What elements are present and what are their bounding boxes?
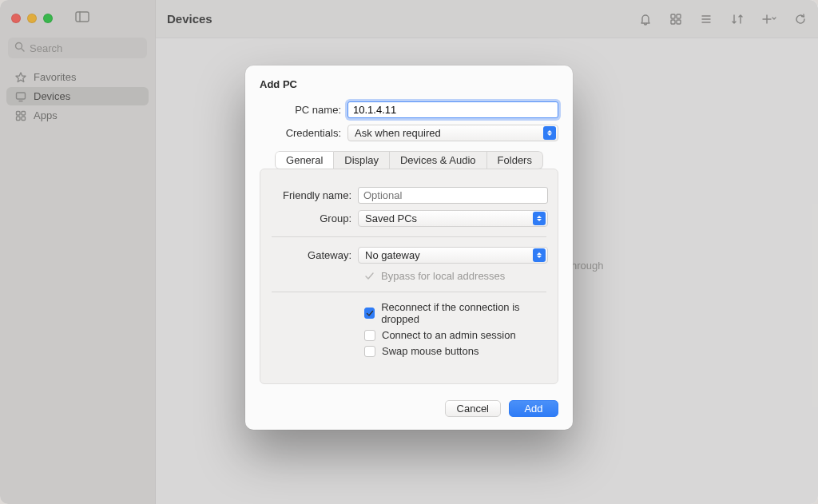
select-stepper-icon xyxy=(533,248,546,262)
admin-session-checkbox[interactable] xyxy=(364,330,375,341)
select-stepper-icon xyxy=(543,126,556,140)
reconnect-checkbox[interactable] xyxy=(364,308,375,319)
swap-mouse-checkbox[interactable] xyxy=(364,346,375,357)
admin-session-label: Connect to an admin session xyxy=(382,329,516,341)
pc-name-label: PC name: xyxy=(260,104,347,116)
checkmark-icon xyxy=(364,272,375,280)
bypass-local-checkbox: Bypass for local addresses xyxy=(364,270,548,282)
gateway-label: Gateway: xyxy=(270,249,358,261)
group-label: Group: xyxy=(270,212,358,224)
friendly-name-label: Friendly name: xyxy=(270,189,358,201)
cancel-button[interactable]: Cancel xyxy=(445,400,501,417)
credentials-label: Credentials: xyxy=(260,127,347,139)
app-window: Favorites Devices Apps Devices xyxy=(0,0,818,504)
modal-overlay: Add PC PC name: Credentials: Ask when re… xyxy=(0,0,818,504)
dialog-buttons: Cancel Add xyxy=(260,400,558,417)
tab-general[interactable]: General xyxy=(275,151,334,169)
group-select[interactable]: Saved PCs xyxy=(358,210,548,227)
bypass-label: Bypass for local addresses xyxy=(381,270,505,282)
swap-mouse-label: Swap mouse buttons xyxy=(382,345,478,357)
select-stepper-icon xyxy=(533,212,546,225)
divider xyxy=(272,236,546,237)
gateway-value: No gateway xyxy=(365,249,420,261)
credentials-value: Ask when required xyxy=(355,127,441,139)
group-value: Saved PCs xyxy=(365,212,417,224)
tab-folders[interactable]: Folders xyxy=(487,151,543,169)
tab-display[interactable]: Display xyxy=(334,151,390,169)
tab-devices-audio[interactable]: Devices & Audio xyxy=(390,151,487,169)
pc-name-input[interactable] xyxy=(347,101,558,118)
reconnect-label: Reconnect if the connection is dropped xyxy=(381,301,548,325)
add-button[interactable]: Add xyxy=(509,400,558,417)
credentials-select[interactable]: Ask when required xyxy=(347,125,558,141)
add-pc-dialog: Add PC PC name: Credentials: Ask when re… xyxy=(245,65,573,430)
friendly-name-input[interactable] xyxy=(358,187,548,204)
dialog-title: Add PC xyxy=(260,78,558,90)
divider xyxy=(272,292,546,292)
gateway-select[interactable]: No gateway xyxy=(358,247,548,264)
tab-pane-general: Friendly name: Group: Saved PCs xyxy=(260,169,558,384)
settings-tabs: General Display Devices & Audio Folders xyxy=(275,151,543,169)
